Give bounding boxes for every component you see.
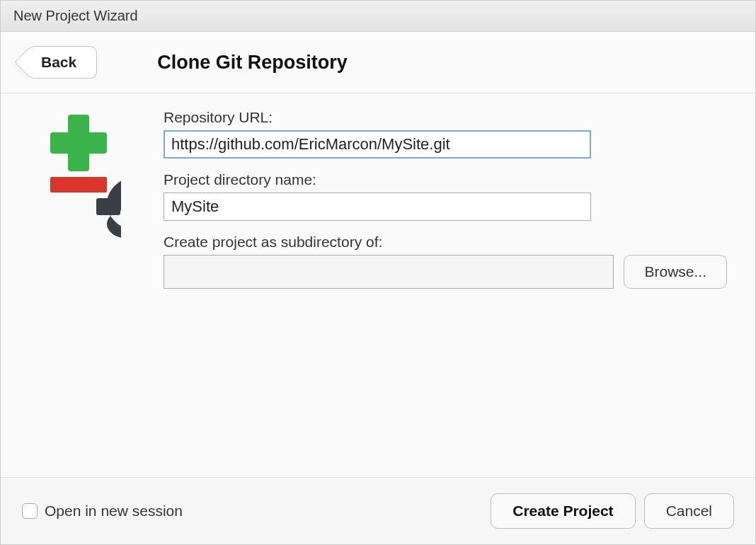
- git-plus-icon: [36, 115, 121, 256]
- open-new-session-wrapper[interactable]: Open in new session: [22, 503, 482, 520]
- window-titlebar: New Project Wizard: [1, 1, 755, 32]
- subdir-label: Create project as subdirectory of:: [164, 234, 727, 251]
- subdir-row: Browse...: [164, 255, 727, 289]
- open-new-session-label: Open in new session: [45, 503, 183, 520]
- wizard-window: New Project Wizard Back Clone Git Reposi…: [0, 0, 756, 545]
- project-dir-input[interactable]: [164, 193, 591, 221]
- form-column: Repository URL: Project directory name: …: [164, 109, 734, 470]
- wizard-content: Repository URL: Project directory name: …: [1, 93, 755, 477]
- repo-url-input[interactable]: [164, 130, 591, 159]
- subdir-input[interactable]: [164, 255, 614, 289]
- page-title: Clone Git Repository: [157, 52, 348, 74]
- browse-button[interactable]: Browse...: [624, 255, 727, 289]
- repo-url-group: Repository URL:: [164, 109, 727, 159]
- project-dir-group: Project directory name:: [164, 171, 727, 221]
- back-button[interactable]: Back: [28, 46, 97, 79]
- icon-column: [36, 109, 128, 470]
- wizard-footer: Open in new session Create Project Cance…: [1, 477, 755, 544]
- window-title: New Project Wizard: [13, 8, 138, 23]
- svg-rect-1: [50, 132, 107, 154]
- create-project-button[interactable]: Create Project: [491, 493, 635, 529]
- wizard-header: Back Clone Git Repository: [1, 32, 755, 93]
- svg-rect-3: [96, 198, 120, 215]
- cancel-button[interactable]: Cancel: [644, 493, 734, 529]
- back-button-label: Back: [41, 54, 76, 70]
- project-dir-label: Project directory name:: [164, 171, 727, 188]
- repo-url-label: Repository URL:: [164, 109, 727, 126]
- subdir-group: Create project as subdirectory of: Brows…: [164, 234, 727, 289]
- svg-rect-2: [50, 177, 107, 193]
- open-new-session-checkbox[interactable]: [22, 503, 38, 519]
